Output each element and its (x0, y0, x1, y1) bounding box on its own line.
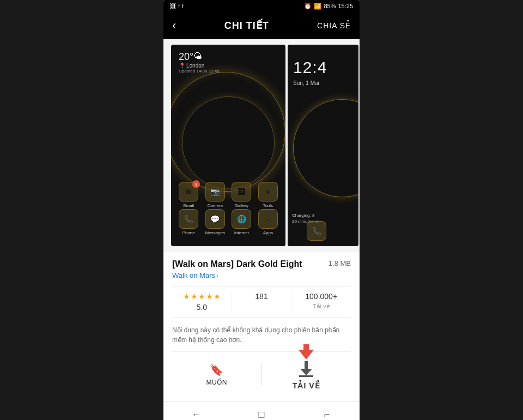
tools-icon-item: + Tools (258, 182, 278, 208)
camera-icon-box: 📷 (205, 182, 225, 202)
bookmark-icon: 🔖 (210, 363, 223, 376)
app-info-header: [Walk on Mars] Dark Gold Eight 1,8 MB (172, 259, 351, 269)
reviews-stat: 181 (232, 292, 292, 312)
date-widget: Sun, 1 Mar (293, 80, 320, 86)
time-text: 15:25 (338, 3, 353, 9)
screenshot-main-image: 20° 🌤 📍 London Updated 14/09 12:45 (171, 45, 285, 246)
download-icon (296, 360, 316, 379)
screenshot-1[interactable]: 20° 🌤 📍 London Updated 14/09 12:45 (163, 45, 285, 246)
status-bar: 🖼 f f ⏰ 📶 85% 15:25 (163, 0, 360, 12)
app-info-section: [Walk on Mars] Dark Gold Eight 1,8 MB Wa… (163, 252, 360, 401)
warning-text: Nội dung này có thể không khả dụng cho p… (172, 323, 351, 352)
gallery-icon: 🖼 (238, 187, 245, 196)
weather-location: 📍 London (179, 63, 220, 69)
rating-value: 5.0 (197, 303, 207, 312)
alarm-icon: ⏰ (304, 3, 312, 10)
app-icons-row-1: ✉ 3 Email 📷 Camera 🖼 (171, 182, 285, 208)
camera-icon-item: 📷 Camera (205, 182, 225, 208)
back-button[interactable]: ‹ (172, 19, 176, 33)
action-bar: 🔖 MUỐN TẢI VỀ (172, 352, 351, 395)
gallery-icon-item: 🖼 Gallery (232, 182, 251, 208)
star-rating: ★ ★ ★ ★ ★ (183, 292, 221, 301)
star-1: ★ (183, 292, 190, 301)
nav-back-icon: ← (191, 409, 201, 420)
screenshot-second-image: 12:4 Sun, 1 Mar Charging: 8 20 minutes u… (288, 45, 358, 246)
pin-icon: 📍 (179, 63, 185, 69)
messages-icon: 💬 (210, 215, 220, 223)
camera-label: Camera (208, 203, 223, 208)
messages-icon-box: 💬 (205, 209, 225, 229)
apps-label: Apps (263, 230, 273, 235)
apps-icon-item: ⋯ Apps (258, 209, 278, 235)
downloads-label: Tải về (313, 303, 330, 310)
charging-text: Charging: 8 (292, 213, 314, 218)
temp-value: 20° (179, 51, 193, 63)
phone-dock-glyph: 📞 (312, 227, 321, 235)
phone-icon-box: 📞 (179, 209, 198, 229)
tools-icon-box: + (258, 182, 278, 202)
status-left-icons: 🖼 f f (170, 3, 184, 9)
nav-home-button[interactable]: □ (251, 407, 272, 421)
facebook-status-icon2: f (182, 3, 184, 9)
download-label: TẢI VỀ (293, 381, 320, 390)
phone-icon-item: 📞 Phone (179, 209, 198, 235)
messages-icon-item: 💬 Messages (205, 209, 225, 235)
gallery-label: Gallery (235, 203, 248, 208)
facebook-status-icon1: f (178, 3, 180, 9)
tools-label: Tools (263, 203, 273, 208)
svg-marker-0 (299, 344, 314, 360)
temperature: 20° 🌤 (179, 51, 220, 63)
share-button[interactable]: CHIA SẺ (317, 21, 351, 30)
stats-row: ★ ★ ★ ★ ★ 5.0 181 100.000+ Tải về (172, 286, 351, 318)
internet-icon-box: 🌐 (232, 209, 251, 229)
star-5: ★ (214, 292, 221, 301)
apps-icon: ⋯ (265, 216, 271, 222)
gallery-status-icon: 🖼 (170, 3, 176, 9)
gallery-icon-box: 🖼 (232, 182, 251, 202)
app-developer[interactable]: Walk on Mars › (172, 271, 351, 279)
nav-recent-button[interactable]: ⌐ (316, 407, 338, 421)
ring-glow-2 (182, 96, 275, 189)
signal-icon: 📶 (314, 3, 321, 10)
weather-widget: 20° 🌤 📍 London Updated 14/09 12:45 (179, 51, 220, 74)
nav-back-button[interactable]: ← (185, 407, 207, 421)
downloads-stat: 100.000+ Tải về (291, 292, 351, 312)
bookmark-action[interactable]: 🔖 MUỐN (172, 363, 262, 386)
star-2: ★ (191, 292, 198, 301)
top-nav-bar: ‹ CHI TIẾT CHIA SẺ (163, 12, 360, 39)
phone-label: Phone (183, 230, 195, 235)
tools-icon: + (266, 187, 270, 196)
internet-label: Internet (234, 230, 249, 235)
email-icon: ✉ (185, 187, 192, 196)
weather-icon: 🌤 (193, 51, 202, 61)
reviews-value: 181 (255, 292, 267, 301)
developer-name: Walk on Mars (172, 271, 215, 279)
svg-marker-2 (300, 369, 312, 375)
status-right-icons: ⏰ 📶 85% 15:25 (304, 3, 353, 10)
app-icons-row-2: 📞 Phone 💬 Messages 🌐 Int (171, 209, 285, 235)
internet-icon-item: 🌐 Internet (232, 209, 251, 235)
navigation-bar: ← □ ⌐ (163, 401, 360, 420)
star-4: ★ (206, 292, 213, 301)
screenshot-carousel: 20° 🌤 📍 London Updated 14/09 12:45 (163, 39, 360, 252)
download-action[interactable]: TẢI VỀ (262, 360, 351, 390)
messages-label: Messages (205, 230, 225, 235)
bookmark-label: MUỐN (206, 379, 227, 386)
email-label: Email (183, 203, 194, 208)
clock-widget: 12:4 (293, 58, 327, 77)
location-name: London (186, 63, 204, 69)
app-size: 1,8 MB (329, 259, 351, 267)
star-3: ★ (198, 292, 205, 301)
rating-stat: ★ ★ ★ ★ ★ 5.0 (172, 292, 232, 312)
downloads-value: 100.000+ (305, 292, 337, 301)
screenshot-2[interactable]: 12:4 Sun, 1 Mar Charging: 8 20 minutes u… (288, 45, 358, 246)
phone-icon: 📞 (184, 215, 193, 223)
nav-recent-icon: ⌐ (324, 409, 330, 420)
email-badge: 3 (192, 180, 200, 188)
phone-dock-icon: 📞 (307, 221, 326, 241)
camera-icon: 📷 (210, 187, 220, 196)
battery-text: 85% (324, 3, 336, 9)
email-icon-item: ✉ 3 Email (179, 182, 198, 208)
app-name: [Walk on Mars] Dark Gold Eight (172, 259, 322, 269)
page-title: CHI TIẾT (224, 20, 269, 32)
